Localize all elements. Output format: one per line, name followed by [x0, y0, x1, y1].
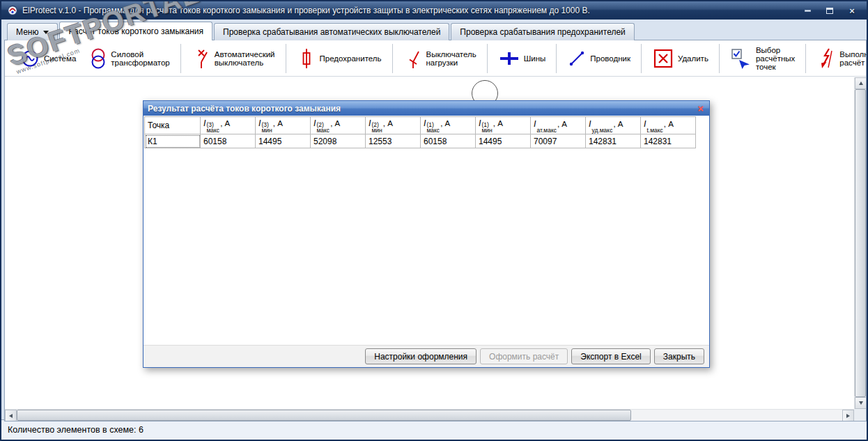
toolbar-label: Предохранитель — [320, 54, 382, 63]
column-header: I(3)макс, А — [201, 117, 256, 134]
ac-source-icon — [20, 49, 40, 68]
toolbar-label: Выключатель нагрузки — [426, 50, 476, 67]
arrow-right-icon — [846, 414, 850, 418]
toolbar-label: Удалить — [678, 54, 708, 63]
close-button[interactable]: × — [846, 6, 858, 15]
app-window: ElProtect v.1.0 - Программа для расчёта … — [0, 0, 868, 441]
toolbar-button-load-switch[interactable]: Выключатель нагрузки — [398, 45, 482, 72]
status-bar: Количество элементов в схеме: 6 — [1, 419, 867, 440]
toolbar-button-busbars[interactable]: Шины — [493, 46, 552, 71]
dialog-title-bar[interactable]: Результат расчёта токов короткого замыка… — [144, 101, 709, 116]
window-title: ElProtect v.1.0 - Программа для расчёта … — [22, 6, 797, 15]
toolbar-separator — [286, 44, 287, 73]
appearance-settings-button[interactable]: Настройки оформления — [365, 348, 476, 364]
toolbar-separator — [392, 44, 394, 73]
scroll-right-button[interactable] — [842, 410, 854, 421]
toolbar-button-run-calculation[interactable]: Выполнить расчёт — [812, 45, 868, 72]
load-switch-icon — [404, 48, 422, 69]
current-value-cell[interactable]: 52098 — [311, 134, 366, 148]
toolbar-button-fuse[interactable]: Предохранитель — [292, 45, 387, 72]
current-value-cell[interactable]: 60158 — [421, 134, 476, 148]
toolbar-button-select-points[interactable]: Выбор расчётных точек — [725, 43, 800, 74]
horizontal-scroll-thumb[interactable] — [17, 410, 631, 421]
column-header: It.макс, А — [641, 117, 696, 134]
results-table-header-row: ТочкаI(3)макс, АI(3)мин, АI(2)макс, АI(2… — [145, 117, 696, 134]
toolbar-label: Система — [44, 54, 76, 63]
point-name-cell[interactable]: К1 — [145, 134, 201, 148]
current-value-cell[interactable]: 60158 — [201, 134, 256, 148]
toolbar-button-conductor[interactable]: Проводник — [562, 47, 636, 70]
toolbar-label: Автоматический выключатель — [215, 50, 275, 67]
menu-label: Меню — [16, 27, 38, 37]
dialog-body: ТочкаI(3)макс, АI(3)мин, АI(2)макс, АI(2… — [144, 116, 709, 345]
current-value-cell[interactable]: 12553 — [366, 134, 421, 148]
fuse-icon — [297, 48, 316, 69]
dialog-close-icon[interactable]: × — [697, 104, 705, 114]
vertical-scrollbar[interactable] — [854, 77, 866, 409]
current-value-cell[interactable]: 14495 — [256, 134, 311, 148]
table-row[interactable]: К160158144955209812553601581449570097142… — [145, 134, 696, 148]
column-header: Точка — [145, 117, 201, 134]
current-value-cell[interactable]: 14495 — [476, 134, 531, 148]
toolbar-label: Проводник — [590, 54, 630, 63]
tab-label: Расчёт токов короткого замыкания — [68, 26, 203, 36]
format-report-button[interactable]: Оформить расчёт — [480, 348, 568, 364]
column-header: I(2)макс, А — [311, 117, 366, 134]
arrow-left-icon — [9, 414, 13, 418]
title-bar[interactable]: ElProtect v.1.0 - Программа для расчёта … — [1, 1, 867, 20]
toolbar-button-delete[interactable]: Удалить — [647, 45, 714, 72]
toolbar-separator — [180, 44, 182, 73]
tab-short-circuit-calc[interactable]: Расчёт токов короткого замыкания — [59, 22, 212, 40]
maximize-button[interactable] — [823, 6, 836, 15]
toolbar-button-circuit-breaker[interactable]: Автоматический выключатель — [187, 45, 281, 72]
conductor-icon — [568, 49, 586, 68]
tab-fuse-check[interactable]: Проверка срабатывания предохранителей — [451, 23, 634, 40]
arrow-down-icon — [859, 401, 863, 405]
toolbar-label: Выбор расчётных точек — [756, 46, 795, 71]
chevron-down-icon — [43, 31, 49, 34]
run-calculation-icon — [817, 47, 835, 70]
dialog-close-button[interactable]: Закрыть — [654, 348, 704, 364]
schematic-canvas[interactable]: Результат расчёта токов короткого замыка… — [5, 77, 866, 421]
scrollbar-corner — [854, 409, 866, 421]
export-excel-button[interactable]: Экспорт в Excel — [571, 348, 650, 364]
horizontal-scrollbar[interactable] — [5, 409, 854, 421]
column-header: I(1)мин, А — [476, 117, 531, 134]
tab-label: Проверка срабатывания предохранителей — [460, 27, 625, 37]
current-value-cell[interactable]: 70097 — [531, 134, 586, 148]
scroll-up-button[interactable] — [855, 77, 866, 89]
results-table: ТочкаI(3)макс, АI(3)мин, АI(2)макс, АI(2… — [144, 116, 696, 148]
toolbar-separator — [805, 44, 807, 73]
toolbar: Система Силовой трансформатор — [5, 40, 866, 77]
vertical-scroll-thumb[interactable] — [855, 89, 866, 397]
column-header: Iат.макс, А — [531, 117, 586, 134]
circuit-breaker-icon — [192, 48, 210, 69]
current-value-cell[interactable]: 142831 — [641, 134, 696, 148]
minimize-button[interactable] — [801, 6, 814, 15]
toolbar-label: Силовой трансформатор — [111, 50, 169, 67]
scroll-left-button[interactable] — [5, 410, 17, 421]
results-dialog: Результат расчёта токов короткого замыка… — [143, 100, 710, 368]
current-value-cell[interactable]: 142831 — [586, 134, 641, 148]
dialog-title: Результат расчёта токов короткого замыка… — [148, 104, 697, 114]
column-header: I(3)мин, А — [256, 117, 311, 134]
arrow-up-icon — [859, 82, 863, 85]
scroll-down-button[interactable] — [855, 397, 866, 409]
status-text: Количество элементов в схеме: 6 — [8, 425, 144, 435]
toolbar-button-system[interactable]: Система — [15, 46, 82, 71]
dialog-footer: Настройки оформления Оформить расчёт Экс… — [144, 345, 709, 367]
tab-breaker-check[interactable]: Проверка срабатывания автоматических вык… — [214, 23, 449, 40]
toolbar-separator — [641, 44, 642, 73]
column-header: I(2)мин, А — [366, 117, 421, 134]
horizontal-scroll-track[interactable] — [631, 410, 842, 421]
menu-button[interactable]: Меню — [7, 23, 58, 40]
column-header: I(1)макс, А — [421, 117, 476, 134]
toolbar-label: Выполнить расчёт — [839, 50, 868, 67]
tab-bar: Меню Расчёт токов короткого замыкания Пр… — [7, 22, 635, 40]
window-controls: × — [801, 6, 861, 15]
toolbar-separator — [556, 44, 557, 73]
select-points-icon — [731, 48, 752, 69]
toolbar-button-transformer[interactable]: Силовой трансформатор — [84, 45, 175, 72]
tab-label: Проверка срабатывания автоматических вык… — [223, 27, 440, 37]
toolbar-separator — [719, 44, 720, 73]
